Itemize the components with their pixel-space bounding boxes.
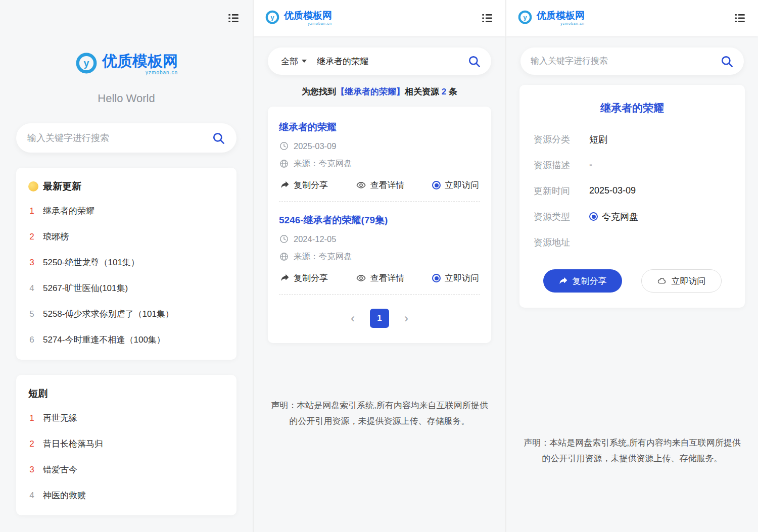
search-input[interactable]: [317, 56, 467, 66]
share-icon: [558, 276, 568, 286]
prev-page-button[interactable]: ‹: [351, 312, 355, 324]
field-value: -: [589, 160, 592, 170]
detail-search-input[interactable]: [531, 56, 720, 66]
result-item: 继承者的荣耀 2025-03-09 来源：夸克网盘 复制分享: [279, 109, 480, 202]
rank-number: 1: [28, 206, 35, 216]
svg-text:y: y: [523, 14, 527, 21]
menu-button[interactable]: [226, 11, 241, 25]
site-logo[interactable]: y 优质模板网 yzmoban.cn: [517, 10, 585, 27]
result-actions: 复制分享 查看详情 立即访问: [279, 269, 480, 294]
view-detail-action[interactable]: 查看详情: [356, 272, 405, 284]
brand-domain: yzmoban.cn: [102, 70, 178, 76]
current-page-button[interactable]: 1: [370, 309, 389, 328]
list-item-title: 琅琊榜: [43, 231, 69, 243]
detail-header: y 优质模板网 yzmoban.cn: [506, 0, 758, 36]
latest-updates-list: 1 继承者的荣耀 2 琅琊榜 3 5250-绝世龙尊（101集） 4 5267-…: [28, 198, 224, 353]
copy-share-button[interactable]: 复制分享: [543, 269, 622, 293]
field-label: 更新时间: [534, 185, 577, 197]
list-item-title: 5258-傅少求求你别虐了（101集）: [43, 308, 174, 320]
radio-target-icon: [432, 274, 441, 282]
result-title[interactable]: 继承者的荣耀: [279, 121, 480, 134]
list-item[interactable]: 5 5258-傅少求求你别虐了（101集）: [28, 301, 224, 327]
rank-number: 6: [28, 335, 35, 345]
radio-target-icon: [589, 212, 598, 221]
list-item[interactable]: 4 神医的救赎: [28, 482, 224, 508]
radio-target-icon: [432, 181, 441, 189]
list-item-title: 再世无缘: [43, 412, 77, 424]
visit-now-label: 立即访问: [672, 275, 706, 287]
copy-share-action[interactable]: 复制分享: [280, 272, 328, 284]
svg-text:y: y: [84, 58, 89, 69]
visit-now-label: 立即访问: [445, 179, 479, 191]
home-search-button[interactable]: [211, 131, 225, 145]
result-actions: 复制分享 查看详情 立即访问: [279, 176, 480, 201]
result-date-row: 2024-12-05: [279, 234, 480, 244]
brand-domain: yzmoban.cn: [284, 22, 332, 25]
disclaimer-text: 声明：本站是网盘索引系统,所有内容均来自互联网所提供的公开引用资源，未提供资源上…: [522, 435, 743, 467]
home-search-box: [16, 123, 236, 153]
view-detail-label: 查看详情: [370, 272, 405, 284]
result-date: 2025-03-09: [294, 141, 336, 151]
site-logo[interactable]: y 优质模板网 yzmoban.cn: [265, 10, 332, 27]
list-item[interactable]: 3 5250-绝世龙尊（101集）: [28, 250, 224, 275]
svg-text:y: y: [270, 14, 274, 21]
list-item-title: 5267-旷世医仙(101集): [43, 282, 128, 294]
search-header: y 优质模板网 yzmoban.cn: [254, 0, 505, 36]
next-page-button[interactable]: ›: [404, 312, 408, 324]
field-label: 资源分类: [534, 133, 577, 146]
brand-name: 优质模板网: [284, 11, 332, 21]
list-item[interactable]: 2 昔日长枪落马归: [28, 431, 224, 457]
result-date: 2024-12-05: [294, 234, 336, 244]
result-source: 来源：夸克网盘: [294, 251, 352, 262]
menu-button[interactable]: [733, 11, 747, 25]
rank-number: 2: [28, 232, 35, 242]
result-title[interactable]: 5246-继承者的荣耀(79集): [279, 214, 480, 227]
rank-number: 2: [28, 439, 35, 449]
menu-icon: [733, 12, 746, 25]
view-detail-action[interactable]: 查看详情: [356, 179, 405, 191]
celebration-icon: [28, 181, 38, 191]
clock-icon: [279, 141, 289, 151]
visit-now-action[interactable]: 立即访问: [432, 179, 479, 191]
field-value: 2025-03-09: [589, 185, 636, 196]
menu-button[interactable]: [480, 11, 494, 25]
brand-domain: yzmoban.cn: [537, 22, 585, 25]
search-button[interactable]: [467, 54, 481, 68]
home-search-input[interactable]: [27, 133, 211, 143]
category-filter[interactable]: 全部: [281, 56, 307, 67]
logo-cloud-icon: y: [265, 10, 280, 27]
resource-detail-card: 继承者的荣耀 资源分类 短剧 资源描述 - 更新时间 2025-03-09 资源…: [519, 85, 745, 308]
site-logo[interactable]: y 优质模板网 yzmoban.cn: [0, 52, 253, 77]
globe-icon: [279, 159, 289, 169]
list-item[interactable]: 6 5274-今时重逢不相逢（100集）: [28, 327, 224, 353]
result-source-row: 来源：夸克网盘: [279, 251, 480, 262]
field-value: 短剧: [589, 133, 607, 146]
greeting-text: Hello World: [0, 92, 253, 105]
results-card: 继承者的荣耀 2025-03-09 来源：夸克网盘 复制分享: [268, 107, 491, 343]
summary-suffix: 条: [446, 87, 457, 96]
field-label: 资源类型: [534, 211, 577, 223]
list-item-title: 继承者的荣耀: [43, 205, 94, 217]
list-item-title: 错爱古今: [43, 464, 77, 475]
summary-count: 2: [442, 87, 446, 96]
list-item[interactable]: 2 琅琊榜: [28, 224, 224, 250]
list-item[interactable]: 1 再世无缘: [28, 405, 224, 431]
brand-name: 优质模板网: [537, 11, 585, 21]
detail-buttons: 复制分享 立即访问: [534, 269, 731, 293]
visit-now-action[interactable]: 立即访问: [432, 272, 479, 284]
menu-icon: [227, 12, 240, 25]
cloud-icon: [657, 276, 667, 286]
field-label: 资源地址: [534, 236, 577, 249]
result-item: 5246-继承者的荣耀(79集) 2024-12-05 来源：夸克网盘 复: [279, 202, 480, 295]
list-item[interactable]: 4 5267-旷世医仙(101集): [28, 275, 224, 301]
list-item[interactable]: 1 继承者的荣耀: [28, 198, 224, 224]
field-label: 资源描述: [534, 159, 577, 171]
pagination: ‹ 1 ›: [279, 295, 480, 333]
visit-now-button[interactable]: 立即访问: [641, 269, 722, 293]
brand-name: 优质模板网: [102, 53, 178, 69]
list-item[interactable]: 3 错爱古今: [28, 457, 224, 482]
field-resource-address: 资源地址: [534, 229, 731, 255]
detail-panel: y 优质模板网 yzmoban.cn 继承者的荣耀 资源分类: [505, 0, 758, 532]
copy-share-action[interactable]: 复制分享: [280, 179, 328, 191]
detail-search-button[interactable]: [720, 54, 734, 68]
